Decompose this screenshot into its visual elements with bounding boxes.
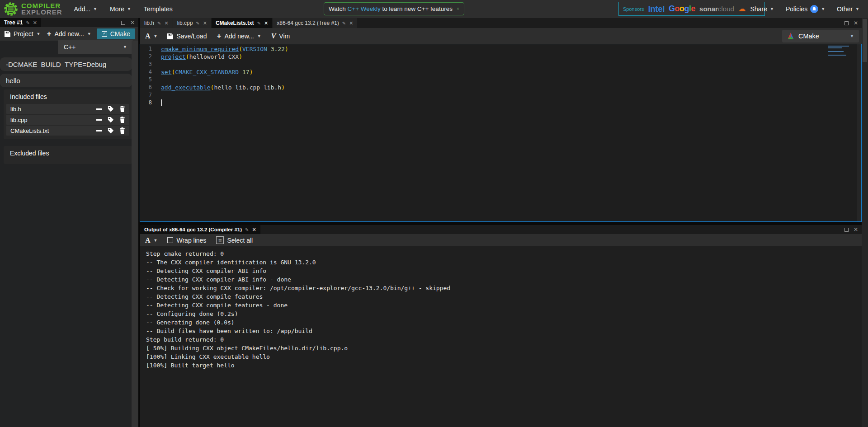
compiler-explorer-logo[interactable]: COMPILER EXPLORER	[0, 2, 68, 16]
close-pane-icon[interactable]: ✕	[130, 19, 135, 26]
scrollbar-thumb[interactable]	[863, 19, 867, 62]
add-new-button[interactable]: + Add new...▼	[212, 32, 266, 41]
line-number: 2	[140, 53, 152, 61]
code-line[interactable]: 5	[140, 76, 861, 84]
close-icon[interactable]: ✕	[349, 20, 353, 26]
maximize-icon[interactable]	[844, 228, 849, 232]
tab-tree-1[interactable]: Tree #1 ✎ ✕	[0, 18, 41, 27]
select-all-icon: ≡	[216, 236, 224, 244]
code-line[interactable]: 2project(helloworld CXX)	[140, 53, 861, 61]
output-filename-input[interactable]	[0, 74, 132, 87]
file-row: CMakeLists.txt	[6, 126, 129, 136]
tab-lib-h[interactable]: lib.h ✎ ✕	[140, 18, 173, 28]
menu-more[interactable]: More▼	[104, 0, 137, 18]
save-icon	[5, 31, 10, 37]
menu-other[interactable]: Other▼	[833, 0, 863, 18]
announcement-banner: Watch C++ Weekly to learn new C++ featur…	[324, 2, 464, 15]
exclude-file-icon[interactable]	[96, 119, 102, 121]
file-name[interactable]: lib.h	[10, 106, 91, 113]
font-size-button[interactable]: A▼	[140, 32, 162, 40]
select-all-button[interactable]: ≡ Select all	[211, 236, 258, 244]
file-name[interactable]: CMakeLists.txt	[10, 127, 91, 134]
rename-icon[interactable]: ✎	[196, 21, 199, 26]
code-line[interactable]: 8	[140, 99, 861, 107]
menu-templates[interactable]: Templates	[137, 0, 179, 18]
chevron-down-icon: ▼	[127, 7, 131, 11]
tab-cmakelists-txt[interactable]: CMakeLists.txt ✎ ✕	[212, 18, 272, 28]
rename-icon[interactable]: ✎	[342, 21, 346, 26]
sonarcloud-logo[interactable]: sonarcloud	[699, 5, 734, 13]
code-line[interactable]: 4set(CMAKE_CXX_STANDARD 17)	[140, 68, 861, 76]
intel-logo[interactable]: intel	[648, 4, 665, 14]
banner-close-icon[interactable]: ×	[457, 6, 459, 11]
chevron-down-icon: ▼	[855, 7, 859, 11]
project-menu-button[interactable]: Project▼	[2, 30, 43, 38]
save-icon	[167, 33, 173, 39]
line-text: cmake_minimum_required(VERSION 3.22)	[152, 45, 288, 53]
close-pane-icon[interactable]: ✕	[854, 226, 858, 233]
save-load-button[interactable]: Save/Load	[162, 33, 212, 40]
editor-language-select[interactable]: CMake ▼	[782, 30, 859, 42]
close-pane-icon[interactable]: ✕	[854, 20, 858, 26]
close-icon[interactable]: ✕	[164, 20, 168, 26]
file-name[interactable]: lib.cpp	[10, 117, 91, 123]
line-text	[152, 91, 161, 99]
code-line[interactable]: 7	[140, 91, 861, 99]
chevron-down-icon: ▼	[93, 7, 97, 11]
rename-icon[interactable]: ✎	[157, 21, 161, 26]
language-select[interactable]: C++ ▼	[58, 40, 133, 54]
rename-tag-icon[interactable]	[108, 106, 114, 112]
close-icon[interactable]: ✕	[264, 20, 268, 26]
code-editor[interactable]: 1cmake_minimum_required(VERSION 3.22)2pr…	[140, 44, 862, 222]
cmake-arguments-input[interactable]	[0, 57, 132, 71]
line-text	[152, 76, 161, 84]
tab-output[interactable]: Output of x86-64 gcc 13.2 (Compiler #1) …	[140, 225, 260, 234]
text-cursor	[161, 99, 162, 106]
code-line[interactable]: 1cmake_minimum_required(VERSION 3.22)	[140, 45, 861, 53]
exclude-file-icon[interactable]	[96, 130, 102, 131]
add-new-button[interactable]: + Add new...▼	[44, 29, 94, 38]
minimap[interactable]	[828, 46, 856, 217]
menu-add[interactable]: Add...▼	[68, 0, 104, 18]
banner-link[interactable]: C++ Weekly	[348, 5, 381, 12]
minimap-slider[interactable]	[857, 44, 861, 221]
font-size-button[interactable]: A▼	[140, 236, 162, 244]
delete-file-icon[interactable]	[119, 127, 125, 134]
wrap-lines-checkbox[interactable]: Wrap lines	[162, 237, 211, 244]
rename-icon[interactable]: ✎	[245, 227, 249, 232]
code-line[interactable]: 6add_executable(hello lib.cpp lib.h)	[140, 84, 861, 91]
exclude-file-icon[interactable]	[96, 108, 102, 110]
google-logo[interactable]: Google	[669, 4, 695, 14]
sponsors-label: Sponsors	[623, 6, 644, 12]
code-line[interactable]: 3	[140, 61, 861, 68]
line-number: 6	[140, 84, 152, 91]
vim-toggle-button[interactable]: V Vim	[266, 32, 295, 40]
delete-file-icon[interactable]	[119, 106, 125, 112]
maximize-icon[interactable]	[844, 21, 849, 25]
rename-tag-icon[interactable]	[108, 117, 114, 123]
delete-file-icon[interactable]	[119, 117, 125, 123]
tree-pane-scrollbar[interactable]	[132, 41, 138, 427]
close-icon[interactable]: ✕	[252, 227, 256, 233]
tab-lib-cpp[interactable]: lib.cpp ✎ ✕	[173, 18, 211, 28]
file-row: lib.h	[6, 104, 129, 114]
line-text: set(CMAKE_CXX_STANDARD 17)	[152, 68, 253, 76]
cmake-toggle-button[interactable]: ✓ CMake	[97, 28, 135, 39]
menu-share[interactable]: Share▼	[746, 0, 778, 18]
line-number: 7	[140, 91, 152, 99]
tab-compiler-tree[interactable]: x86-64 gcc 13.2 (Tree #1) ✎ ✕	[273, 18, 357, 28]
maximize-icon[interactable]	[121, 21, 125, 25]
window-scrollbar[interactable]	[862, 18, 868, 427]
close-icon[interactable]: ✕	[33, 20, 37, 26]
editor-toolbar: A▼ Save/Load + Add new...▼ V Vim CMake ▼	[140, 28, 862, 44]
line-number: 8	[140, 99, 152, 107]
rename-icon[interactable]: ✎	[26, 20, 29, 25]
code-lines: 1cmake_minimum_required(VERSION 3.22)2pr…	[140, 45, 861, 107]
line-number: 3	[140, 61, 152, 68]
rename-tag-icon[interactable]	[108, 127, 114, 134]
tree-pane: Tree #1 ✎ ✕ ✕ Project▼ + Add new...▼ ✓ C…	[0, 18, 138, 427]
close-icon[interactable]: ✕	[203, 20, 207, 26]
menu-policies[interactable]: Policies ▼	[782, 0, 829, 18]
horizontal-splitter[interactable]	[140, 222, 862, 225]
rename-icon[interactable]: ✎	[257, 21, 261, 26]
